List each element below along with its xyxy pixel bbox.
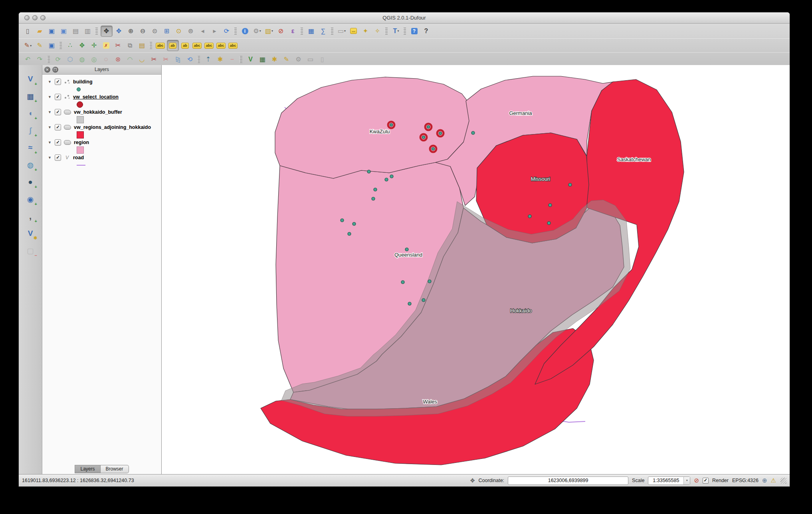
label-unpin-button[interactable]: ab bbox=[180, 40, 191, 51]
paste-features-button[interactable]: ▤ bbox=[137, 40, 148, 51]
grass-remove-button[interactable]: − bbox=[227, 54, 238, 65]
disclosure-triangle-icon[interactable]: ▼ bbox=[48, 110, 52, 114]
zoom-actual-size-button[interactable]: ⊜ bbox=[149, 26, 160, 36]
label-move-button[interactable]: abc bbox=[204, 40, 215, 51]
identify-features-button[interactable]: i bbox=[240, 26, 251, 36]
zoom-full-button[interactable]: ⊞ bbox=[161, 26, 172, 36]
label-properties-button[interactable]: abc bbox=[228, 40, 239, 51]
layer-visibility-checkbox[interactable]: ✓ bbox=[55, 79, 61, 85]
disclosure-triangle-icon[interactable]: ▼ bbox=[48, 156, 52, 160]
disclosure-triangle-icon[interactable]: ▼ bbox=[48, 125, 52, 129]
layer-item-vw-hokkaido-buffer[interactable]: ▼ ✓ vw_hokkaido_buffer bbox=[42, 108, 161, 116]
zoom-to-layer-button[interactable]: ⊚ bbox=[185, 26, 196, 36]
add-raster-join-button[interactable]: ▦ bbox=[257, 54, 268, 65]
whats-this-button[interactable]: ? bbox=[421, 26, 432, 36]
disclosure-triangle-icon[interactable]: ▼ bbox=[48, 95, 52, 99]
current-edits-button[interactable]: ✎▾ bbox=[22, 40, 34, 51]
zoom-to-selection-button[interactable]: ⊙ bbox=[173, 26, 184, 36]
layer-name[interactable]: vw_hokkaido_buffer bbox=[74, 109, 122, 115]
merge-features-button[interactable]: ⧎ bbox=[172, 54, 184, 65]
layer-name[interactable]: building bbox=[73, 79, 93, 85]
cut-features-button[interactable]: ✂ bbox=[113, 40, 124, 51]
zoom-next-button[interactable]: ▸ bbox=[209, 26, 220, 36]
add-wfs-layer-button[interactable]: ◉ + bbox=[24, 193, 36, 205]
layer-symbol-swatch[interactable] bbox=[77, 131, 84, 138]
add-spatialite-layer-button[interactable]: ∫ + bbox=[24, 125, 36, 136]
copy-features-button[interactable]: ⧉ bbox=[125, 40, 136, 51]
pan-map-button[interactable]: ✥ bbox=[101, 26, 113, 37]
layer-item-vw-regions-adjoining-hokkaido[interactable]: ▼ ✓ vw_regions_adjoining_hokkaido bbox=[42, 123, 161, 131]
delete-selected-button[interactable]: ✗ bbox=[101, 40, 112, 51]
layer-symbol-swatch[interactable] bbox=[77, 87, 81, 91]
labeling-button[interactable]: abc bbox=[155, 40, 166, 51]
zoom-in-button[interactable]: ⊕ bbox=[125, 26, 137, 36]
layer-item-building[interactable]: ▼ ✓ building bbox=[42, 77, 161, 86]
layer-visibility-checkbox[interactable]: ✓ bbox=[55, 154, 61, 161]
select-by-expression-button[interactable]: ε bbox=[287, 26, 299, 36]
zoom-last-button[interactable]: ◂ bbox=[197, 26, 208, 36]
stop-rendering-icon[interactable]: ⊘ bbox=[694, 477, 699, 484]
layer-item-road[interactable]: ▼ ✓ road bbox=[42, 153, 161, 162]
scale-value[interactable]: 1:33565585 bbox=[648, 478, 683, 483]
coordinate-input[interactable]: 1623006,6939899 bbox=[508, 476, 628, 485]
tab-browser[interactable]: Browser bbox=[101, 465, 129, 473]
save-project-button[interactable]: ▣ bbox=[46, 26, 57, 36]
add-mssql-layer-button[interactable]: ≈ + bbox=[24, 142, 36, 154]
composer-manager-button[interactable]: ▥ bbox=[82, 26, 93, 36]
delete-part-button[interactable]: ⊗ bbox=[113, 54, 124, 65]
layer-name[interactable]: vw_regions_adjoining_hokkaido bbox=[74, 125, 151, 130]
new-shapefile-layer-button[interactable]: V ✱ bbox=[24, 227, 36, 239]
add-ring-button[interactable]: ◍ bbox=[77, 54, 88, 65]
open-attribute-table-button[interactable]: ▦ bbox=[306, 26, 317, 36]
clip-region-button[interactable]: ▭ bbox=[305, 54, 316, 65]
add-delimited-text-layer-button[interactable]: , + bbox=[24, 210, 36, 222]
field-calculator-button[interactable]: ∑ bbox=[318, 26, 329, 36]
delete-ring-button[interactable]: ◌ bbox=[101, 54, 112, 65]
select-features-button[interactable]: ▧▾ bbox=[263, 26, 275, 36]
resize-grip[interactable] bbox=[780, 478, 786, 484]
deselect-features-button[interactable]: ⊘ bbox=[275, 26, 287, 36]
undo-button[interactable]: ↶ bbox=[22, 54, 34, 65]
new-feature-star-button[interactable]: ✱ bbox=[269, 54, 280, 65]
node-tool-button[interactable]: ✛ bbox=[89, 40, 100, 51]
layer-visibility-checkbox[interactable]: ✓ bbox=[55, 139, 61, 146]
map-tips-button[interactable]: … bbox=[348, 26, 359, 36]
layer-item-vw-select-location[interactable]: ▼ ✓ vw_select_location bbox=[42, 93, 161, 101]
geometry-checker-button[interactable]: ⇡ bbox=[203, 54, 214, 65]
layer-symbol-swatch[interactable] bbox=[77, 116, 84, 123]
disclosure-triangle-icon[interactable]: ▼ bbox=[48, 140, 52, 144]
float-panel-button[interactable]: ❐ bbox=[52, 67, 58, 73]
build-topology-button[interactable]: ⚙ bbox=[293, 54, 304, 65]
layer-symbol-swatch[interactable] bbox=[77, 165, 85, 166]
save-project-as-button[interactable]: ▣ bbox=[58, 26, 69, 36]
label-pin-button[interactable]: ab bbox=[167, 40, 179, 51]
help-button[interactable]: ? bbox=[409, 26, 420, 36]
crs-status-globe-icon[interactable]: ⊕ bbox=[762, 477, 767, 484]
grass-tools-button[interactable]: ✱ bbox=[215, 54, 226, 65]
layer-name[interactable]: region bbox=[74, 140, 89, 145]
edit-feature-button[interactable]: ✎ bbox=[281, 54, 292, 65]
zoom-out-button[interactable]: ⊖ bbox=[137, 26, 149, 36]
add-vector-join-button[interactable]: V bbox=[245, 54, 256, 65]
open-project-button[interactable]: ▰ bbox=[34, 26, 46, 36]
measure-button[interactable]: ▭▾ bbox=[336, 26, 347, 36]
log-messages-warning-icon[interactable]: ⚠ bbox=[771, 477, 776, 484]
new-bookmark-button[interactable]: ✦ bbox=[360, 26, 371, 36]
render-checkbox[interactable]: ✓ bbox=[703, 478, 709, 484]
scale-dropdown-arrow-icon[interactable]: ▾ bbox=[683, 477, 690, 484]
add-wcs-layer-button[interactable]: ● + bbox=[24, 176, 36, 188]
add-raster-layer-button[interactable]: ▦ + bbox=[24, 90, 36, 102]
simplify-feature-button[interactable]: ⬡ bbox=[65, 54, 76, 65]
layer-item-region[interactable]: ▼ ✓ region bbox=[42, 138, 161, 146]
remove-layer-button[interactable]: ▢ − bbox=[24, 245, 36, 257]
disclosure-triangle-icon[interactable]: ▼ bbox=[48, 80, 52, 84]
map-canvas[interactable]: KwaZuluGermaniaSaskatchewanMissouriQueen… bbox=[162, 65, 790, 474]
title-bar[interactable]: QGIS 2.0.1-Dufour bbox=[19, 12, 790, 24]
add-part-button[interactable]: ◎ bbox=[89, 54, 100, 65]
layer-name[interactable]: vw_select_location bbox=[73, 94, 119, 100]
run-feature-action-button[interactable]: ⚙▾ bbox=[252, 26, 263, 36]
new-project-button[interactable]: ▯ bbox=[22, 26, 34, 36]
add-wms-layer-button[interactable]: ◍ + bbox=[24, 159, 36, 171]
layer-visibility-checkbox[interactable]: ✓ bbox=[55, 124, 61, 130]
scale-combobox[interactable]: 1:33565585 ▾ bbox=[648, 476, 690, 485]
